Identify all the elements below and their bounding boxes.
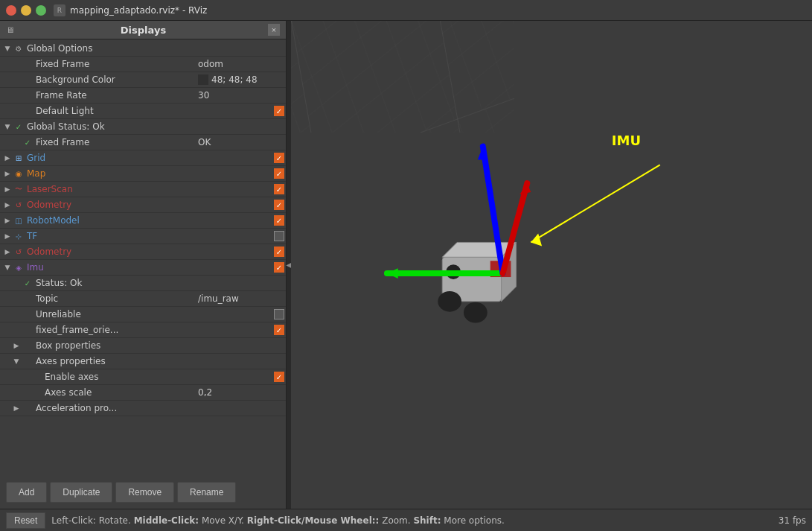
item-value: /imu_raw	[195, 293, 284, 304]
item-label: Axes scale	[45, 387, 195, 398]
item-checkbox[interactable]	[274, 153, 284, 163]
add-button[interactable]: Add	[6, 482, 47, 503]
item-checkbox[interactable]	[274, 309, 284, 319]
reset-button[interactable]: Reset	[6, 512, 45, 529]
expand-arrow[interactable]	[12, 106, 21, 115]
item-checkbox[interactable]	[274, 231, 284, 241]
right-click-action: Zoom.	[382, 515, 413, 526]
tree-panel[interactable]: ⚙Global OptionsFixed FrameodomBackground…	[0, 39, 286, 476]
shift-label: Shift:	[413, 515, 441, 526]
check-icon: ✓	[13, 121, 24, 132]
laser-icon: 〜	[13, 184, 24, 194]
maximize-button[interactable]	[36, 5, 46, 16]
rename-button[interactable]: Rename	[177, 482, 236, 503]
tree-item-box-props[interactable]: Box properties	[0, 338, 286, 353]
check-icon: ✓	[22, 137, 33, 147]
expand-arrow[interactable]	[21, 372, 30, 381]
tree-item-enable-axes[interactable]: Enable axes	[0, 369, 286, 384]
item-checkbox[interactable]	[274, 200, 284, 210]
item-label: Odometry	[27, 200, 274, 210]
expand-arrow[interactable]	[3, 153, 12, 162]
panel-close-button[interactable]: ×	[268, 24, 280, 36]
tree-item-laserscan[interactable]: 〜LaserScan	[0, 182, 286, 197]
tree-item-axes-scale[interactable]: Axes scale0,2	[0, 385, 286, 400]
item-checkbox[interactable]	[274, 262, 284, 273]
expand-arrow[interactable]	[3, 200, 12, 209]
close-button[interactable]	[6, 5, 16, 16]
expand-arrow[interactable]	[12, 294, 21, 303]
tree-item-map[interactable]: ◉Map	[0, 166, 286, 181]
expand-arrow[interactable]	[12, 91, 21, 100]
expand-arrow[interactable]	[3, 44, 12, 53]
tree-item-odometry2[interactable]: ↺Odometry	[0, 244, 286, 259]
window-title: mapping_adaptado.rviz* - RViz	[70, 5, 207, 16]
tree-item-robotmodel[interactable]: ◫RobotModel	[0, 213, 286, 228]
expand-arrow[interactable]	[3, 232, 12, 241]
tree-item-imu[interactable]: ◈Imu	[0, 260, 286, 275]
expand-arrow[interactable]	[3, 216, 12, 225]
tree-item-imu-unreliable[interactable]: Unreliable	[0, 307, 286, 322]
tree-item-tf[interactable]: ⊹TF	[0, 229, 286, 244]
tree-item-odometry1[interactable]: ↺Odometry	[0, 197, 286, 212]
tree-item-grid[interactable]: ⊞Grid	[0, 150, 286, 165]
minimize-button[interactable]	[21, 5, 31, 16]
middle-click-action: Move X/Y.	[202, 515, 247, 526]
title-bar: R mapping_adaptado.rviz* - RViz	[0, 0, 812, 21]
tree-item-fixed-frame-ok[interactable]: ✓Fixed FrameOK	[0, 135, 286, 150]
duplicate-button[interactable]: Duplicate	[50, 482, 112, 503]
expand-arrow[interactable]	[12, 75, 21, 84]
expand-arrow[interactable]	[3, 122, 12, 131]
item-label: Imu	[27, 262, 274, 273]
item-checkbox[interactable]	[274, 247, 284, 257]
expand-arrow[interactable]	[12, 279, 21, 287]
tree-item-default-light[interactable]: Default Light	[0, 104, 286, 118]
tree-item-imu-topic[interactable]: Topic/imu_raw	[0, 291, 286, 306]
expand-arrow[interactable]	[21, 388, 30, 397]
expand-arrow[interactable]	[12, 357, 21, 366]
item-checkbox[interactable]	[274, 168, 284, 179]
expand-arrow[interactable]	[12, 310, 21, 319]
tree-item-frame-rate[interactable]: Frame Rate30	[0, 88, 286, 103]
bottom-buttons: Add Duplicate Remove Rename	[0, 476, 286, 509]
displays-panel: 🖥 Displays × ⚙Global OptionsFixed Frameo…	[0, 21, 287, 509]
window-controls[interactable]	[6, 5, 46, 16]
tree-item-axes-props[interactable]: Axes properties	[0, 354, 286, 369]
item-checkbox[interactable]	[274, 215, 284, 226]
expand-arrow[interactable]	[12, 138, 21, 147]
item-checkbox[interactable]	[274, 325, 284, 335]
expand-arrow[interactable]	[3, 247, 12, 256]
item-checkbox[interactable]	[274, 106, 284, 116]
right-click-label: Right-Click/Mouse Wheel::	[247, 515, 380, 526]
item-label: fixed_frame_orie...	[36, 325, 274, 335]
expand-arrow[interactable]	[12, 404, 21, 413]
remove-button[interactable]: Remove	[115, 482, 174, 503]
tree-item-imu-status[interactable]: ✓Status: Ok	[0, 276, 286, 290]
item-label: Global Options	[27, 43, 284, 54]
tree-item-global-status[interactable]: ✓Global Status: Ok	[0, 119, 286, 134]
expand-arrow[interactable]	[12, 60, 21, 69]
panel-header: 🖥 Displays ×	[0, 21, 286, 39]
tree-item-imu-fixed-frame[interactable]: fixed_frame_orie...	[0, 322, 286, 337]
status-bar: Reset Left-Click: Rotate. Middle-Click: …	[0, 509, 812, 531]
grid-icon: ⊞	[13, 153, 24, 163]
tree-item-fixed-frame[interactable]: Fixed Frameodom	[0, 57, 286, 71]
item-label: Odometry	[27, 247, 274, 257]
expand-arrow[interactable]	[12, 325, 21, 334]
expand-arrow[interactable]	[12, 341, 21, 350]
svg-line-16	[531, 165, 660, 242]
imu-icon: ◈	[13, 262, 24, 273]
item-label: Frame Rate	[36, 90, 195, 101]
item-checkbox[interactable]	[274, 184, 284, 194]
odom-icon: ↺	[13, 200, 24, 210]
viewport[interactable]: IMU	[291, 21, 812, 509]
item-checkbox[interactable]	[274, 372, 284, 382]
check-icon: ✓	[22, 278, 33, 288]
expand-arrow[interactable]	[3, 185, 12, 194]
svg-marker-17	[531, 234, 542, 247]
tree-item-bg-color[interactable]: Background Color48; 48; 48	[0, 72, 286, 87]
item-label: Status: Ok	[36, 278, 284, 288]
expand-arrow[interactable]	[3, 169, 12, 178]
expand-arrow[interactable]	[3, 263, 12, 272]
tree-item-global-options[interactable]: ⚙Global Options	[0, 41, 286, 56]
tree-item-accel-props[interactable]: Acceleration pro...	[0, 401, 286, 416]
